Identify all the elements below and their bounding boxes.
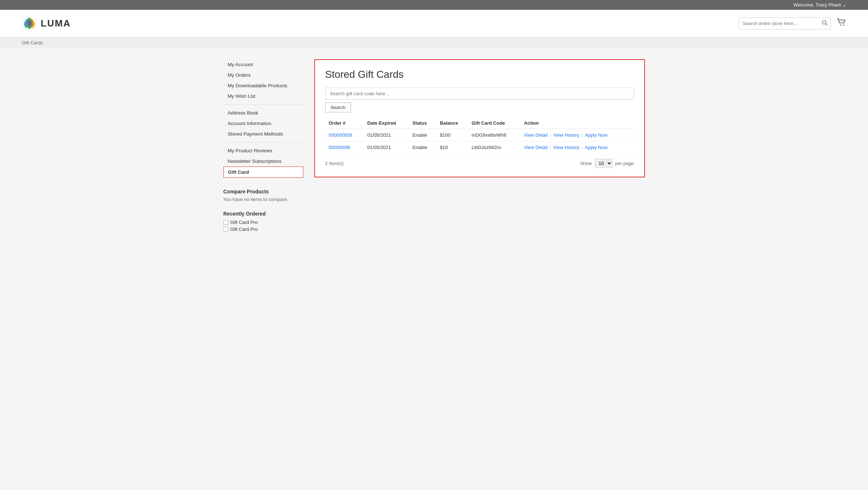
per-page-control: Show 10 20 50 per page — [580, 159, 634, 168]
sidebar-item-my-account[interactable]: My Account — [223, 59, 303, 70]
gc-table-body: 000000008 01/05/2021 Enable $100 mDG9xef… — [325, 129, 634, 154]
cart-icon[interactable] — [837, 18, 846, 28]
svg-point-5 — [843, 25, 844, 26]
row2-action-cell: View Detail | View History | Apply Now — [524, 145, 630, 150]
gc-search-area: Search — [325, 88, 634, 112]
recently-ordered-item-1: Gift Card Pro — [223, 220, 303, 225]
row2-code: LlbDJozlW2ro — [468, 141, 520, 154]
header-right — [739, 17, 846, 29]
gc-table-header-row: Order # Date Expired Status Balance Gift… — [325, 117, 634, 129]
table-footer: 2 Item(s) Show 10 20 50 per page — [325, 159, 634, 168]
recently-checkbox-2[interactable] — [223, 227, 228, 232]
sidebar-divider-1 — [223, 104, 303, 105]
header: LUMA — [0, 10, 868, 37]
recently-checkbox-1[interactable] — [223, 220, 228, 225]
top-bar: Welcome, Tracy Phant ⌄ — [0, 0, 868, 10]
table-row: 000000008 01/05/2021 Enable $100 mDG9xef… — [325, 129, 634, 141]
row1-view-detail[interactable]: View Detail — [524, 132, 548, 138]
compare-title: Compare Products — [223, 189, 303, 194]
recently-item-label-2: Gift Card Pro — [230, 226, 258, 232]
row2-actions: View Detail | View History | Apply Now — [520, 141, 634, 154]
row1-order: 000000008 — [325, 129, 364, 141]
svg-point-2 — [823, 20, 826, 24]
col-action: Action — [520, 117, 634, 129]
content-panel: Stored Gift Cards Search Order # Date Ex… — [314, 59, 645, 177]
row1-date: 01/05/2021 — [364, 129, 409, 141]
row1-balance: $100 — [436, 129, 468, 141]
per-page-label: per page — [615, 161, 634, 166]
gc-table: Order # Date Expired Status Balance Gift… — [325, 117, 634, 154]
logo-area: LUMA — [22, 16, 71, 31]
row2-view-detail[interactable]: View Detail — [524, 145, 548, 150]
col-gift-card-code: Gift Card Code — [468, 117, 520, 129]
row2-view-history[interactable]: View History — [553, 145, 579, 150]
logo-text: LUMA — [41, 18, 71, 29]
row1-order-link[interactable]: 000000008 — [329, 132, 352, 138]
section-title: Stored Gift Cards — [325, 69, 634, 80]
table-row: 0000000B 01/05/2021 Enable $10 LlbDJozlW… — [325, 141, 634, 154]
dropdown-arrow[interactable]: ⌄ — [842, 2, 846, 8]
sidebar-item-my-wish-list[interactable]: My Wish List — [223, 91, 303, 101]
col-status: Status — [409, 117, 436, 129]
breadcrumb: Gift Cards — [22, 40, 43, 45]
main-content: My Account My Orders My Downloadable Pro… — [202, 59, 667, 233]
gc-table-head: Order # Date Expired Status Balance Gift… — [325, 117, 634, 129]
welcome-text: Welcome, Tracy Phant — [794, 2, 841, 8]
compare-empty-text: You have no items to compare. — [223, 197, 303, 202]
sidebar-item-newsletter-subscriptions[interactable]: Newsletter Subscriptions — [223, 156, 303, 166]
recently-item-label-1: Gift Card Pro — [230, 220, 258, 225]
row1-apply-now[interactable]: Apply Now — [585, 132, 607, 138]
row1-code: mDG9xefdvWh8 — [468, 129, 520, 141]
row2-balance: $10 — [436, 141, 468, 154]
recently-ordered-title: Recently Ordered — [223, 211, 303, 217]
row1-status: Enable — [409, 129, 436, 141]
sidebar-divider-2 — [223, 142, 303, 142]
gc-search-input[interactable] — [325, 88, 634, 100]
sidebar-item-my-product-reviews[interactable]: My Product Reviews — [223, 145, 303, 156]
item-count: 2 Item(s) — [325, 161, 344, 166]
breadcrumb-bar: Gift Cards — [0, 37, 868, 48]
row2-sep2: | — [582, 145, 583, 150]
sidebar: My Account My Orders My Downloadable Pro… — [223, 59, 303, 233]
gc-search-button[interactable]: Search — [325, 103, 351, 112]
row2-apply-now[interactable]: Apply Now — [585, 145, 607, 150]
compare-section: Compare Products You have no items to co… — [223, 189, 303, 202]
sidebar-item-my-downloadable-products[interactable]: My Downloadable Products — [223, 80, 303, 91]
row1-sep1: | — [550, 132, 551, 138]
row2-status: Enable — [409, 141, 436, 154]
show-label: Show — [580, 161, 592, 166]
per-page-select[interactable]: 10 20 50 — [595, 159, 613, 168]
sidebar-item-address-book[interactable]: Address Book — [223, 108, 303, 118]
search-input[interactable] — [739, 19, 819, 28]
row1-view-history[interactable]: View History — [553, 132, 579, 138]
search-button[interactable] — [819, 18, 831, 29]
svg-line-3 — [826, 24, 828, 25]
row1-sep2: | — [582, 132, 583, 138]
col-order: Order # — [325, 117, 364, 129]
search-box — [739, 17, 831, 29]
sidebar-item-gift-card[interactable]: Gift Card — [223, 166, 303, 178]
gift-cards-container: Stored Gift Cards Search Order # Date Ex… — [314, 59, 645, 177]
luma-logo-icon — [22, 16, 37, 31]
sidebar-item-account-information[interactable]: Account Information — [223, 118, 303, 129]
row2-order-link[interactable]: 0000000B — [329, 145, 350, 150]
row2-sep1: | — [550, 145, 551, 150]
svg-point-4 — [840, 25, 841, 26]
col-balance: Balance — [436, 117, 468, 129]
row1-actions: View Detail | View History | Apply Now — [520, 129, 634, 141]
col-date: Date Expired — [364, 117, 409, 129]
sidebar-nav: My Account My Orders My Downloadable Pro… — [223, 59, 303, 178]
sidebar-item-my-orders[interactable]: My Orders — [223, 70, 303, 80]
sidebar-item-stored-payment-methods[interactable]: Stored Payment Methods — [223, 129, 303, 139]
row2-order: 0000000B — [325, 141, 364, 154]
row1-action-cell: View Detail | View History | Apply Now — [524, 132, 630, 138]
recently-ordered-item-2: Gift Card Pro — [223, 226, 303, 232]
svg-point-1 — [27, 20, 32, 27]
search-icon — [822, 20, 828, 26]
recently-ordered-section: Recently Ordered Gift Card Pro Gift Card… — [223, 211, 303, 232]
row2-date: 01/05/2021 — [364, 141, 409, 154]
